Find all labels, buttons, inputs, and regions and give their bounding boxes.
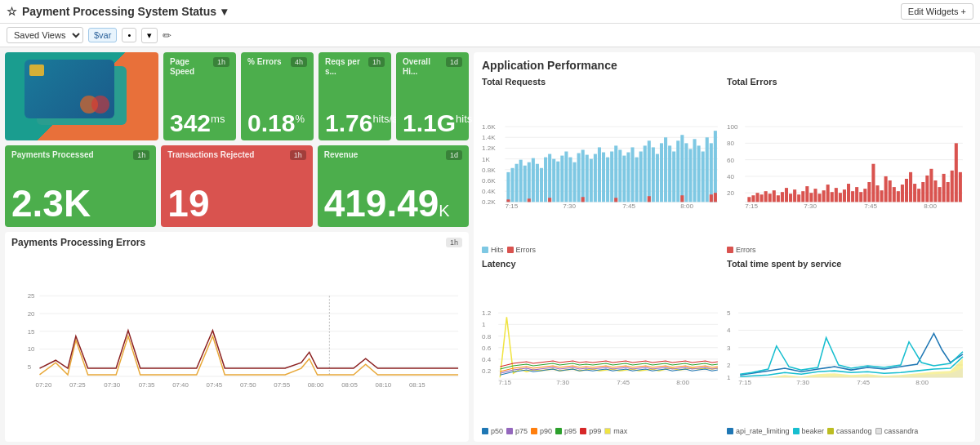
svg-text:07:55: 07:55 — [274, 381, 290, 389]
svg-text:7:30: 7:30 — [556, 379, 569, 386]
svg-text:7:45: 7:45 — [864, 202, 877, 210]
max-color — [604, 428, 611, 434]
svg-rect-87 — [702, 152, 705, 202]
svg-rect-129 — [805, 186, 808, 202]
total-errors-svg-area: 100 80 60 40 20 — [727, 88, 967, 244]
legend-cassandra: cassandra — [875, 427, 919, 435]
errors-total-color — [727, 247, 733, 253]
svg-text:08:15: 08:15 — [409, 381, 425, 389]
svg-text:1.6K: 1.6K — [482, 123, 496, 131]
svg-text:20: 20 — [28, 310, 35, 318]
svg-rect-77 — [660, 143, 663, 202]
p75-label: p75 — [515, 427, 528, 435]
svg-rect-132 — [818, 194, 822, 202]
legend-p90: p90 — [531, 427, 552, 435]
svg-rect-91 — [506, 199, 510, 202]
star-icon[interactable]: ☆ — [7, 5, 17, 18]
transactions-rejected-time: 1h — [290, 150, 306, 160]
svg-rect-73 — [644, 145, 647, 202]
arrow-button[interactable]: ▾ — [141, 28, 158, 43]
svg-rect-76 — [656, 154, 659, 202]
latency-section: Latency 1.2 1 0.8 0.6 0.4 0.2 — [482, 259, 722, 436]
svg-rect-49 — [544, 158, 547, 202]
errors-chart-time: 1h — [446, 238, 462, 247]
errors-chart-svg: 25 20 15 10 5 — [11, 251, 462, 437]
beaker-color — [793, 428, 800, 434]
svg-rect-93 — [548, 198, 551, 202]
beaker-label: beaker — [802, 427, 825, 435]
latency-chart: 1.2 1 0.8 0.6 0.4 0.2 — [482, 270, 722, 436]
latency-svg-area: 1.2 1 0.8 0.6 0.4 0.2 — [482, 270, 722, 426]
svg-text:0.6K: 0.6K — [482, 177, 496, 185]
svg-rect-88 — [706, 137, 709, 202]
p50-label: p50 — [491, 427, 503, 435]
svg-rect-116 — [751, 195, 755, 202]
plus-icon: + — [961, 7, 966, 16]
payments-processed-value: 2.3K — [11, 185, 149, 222]
max-label: max — [613, 427, 627, 435]
svg-rect-90 — [714, 131, 717, 202]
p99-label: p99 — [589, 427, 601, 435]
svg-rect-127 — [797, 194, 800, 202]
svg-rect-126 — [793, 189, 796, 202]
time-by-service-svg: 5 4 3 2 1 — [727, 270, 967, 426]
total-errors-legend: Errors — [727, 246, 967, 254]
svg-rect-150 — [893, 187, 896, 202]
api-rate-color — [727, 428, 733, 434]
svg-rect-67 — [618, 149, 621, 202]
right-panel: Application Performance Total Requests 1… — [474, 52, 975, 442]
edit-widgets-button[interactable]: Edit Widgets + — [901, 3, 973, 20]
page-title: Payment Processing System Status — [22, 5, 216, 18]
svg-rect-165 — [955, 143, 958, 202]
svg-rect-95 — [614, 198, 617, 202]
p90-color — [531, 428, 537, 434]
saved-views-select[interactable]: Saved Views — [7, 27, 83, 43]
time-by-service-chart: 5 4 3 2 1 — [727, 270, 967, 436]
chevron-down-icon[interactable]: ▾ — [221, 5, 227, 18]
p95-color — [555, 428, 562, 434]
svg-text:07:20: 07:20 — [36, 381, 52, 389]
svg-rect-136 — [835, 188, 838, 202]
left-panel: Page Speed 1h 342ms % Errors 4h 0.18% Re — [0, 47, 474, 445]
dot-button[interactable]: • — [122, 28, 136, 42]
svg-text:3: 3 — [727, 344, 731, 351]
legend-hits: Hits — [482, 246, 504, 254]
svg-rect-131 — [813, 189, 817, 202]
svg-text:7:15: 7:15 — [505, 202, 518, 210]
p50-color — [482, 428, 488, 434]
payments-processed-name: Payments Processed — [11, 150, 94, 160]
svg-text:5: 5 — [28, 363, 32, 371]
legend-p75: p75 — [506, 427, 528, 435]
svg-rect-134 — [826, 185, 830, 202]
total-errors-svg: 100 80 60 40 20 — [727, 88, 967, 244]
svg-text:5: 5 — [727, 309, 731, 317]
latency-title: Latency — [482, 259, 722, 269]
time-by-service-svg-area: 5 4 3 2 1 — [727, 270, 967, 426]
svg-rect-53 — [560, 156, 564, 202]
svg-rect-69 — [626, 153, 630, 202]
svg-text:15: 15 — [28, 328, 35, 336]
svg-rect-72 — [639, 152, 643, 202]
main-content: Page Speed 1h 342ms % Errors 4h 0.18% Re — [0, 47, 980, 445]
total-errors-chart: 100 80 60 40 20 — [727, 88, 967, 254]
svg-rect-60 — [590, 159, 593, 202]
time-by-service-section: Total time spent by service 5 4 3 2 1 — [727, 259, 967, 436]
svg-rect-137 — [839, 193, 842, 202]
errors-chart-area: 25 20 15 10 5 — [11, 251, 462, 437]
header-title-group: ☆ Payment Processing System Status ▾ — [7, 5, 227, 18]
transactions-rejected-tile: Transactions Rejected 1h 19 — [161, 145, 312, 227]
svg-rect-43 — [519, 160, 523, 202]
var-badge: $var — [88, 28, 117, 42]
page-speed-time: 1h — [213, 57, 229, 67]
svg-rect-144 — [867, 182, 871, 202]
credit-card-widget — [5, 52, 158, 140]
svg-rect-81 — [676, 140, 679, 202]
revenue-tile: Revenue 1d 419.49K — [318, 145, 469, 227]
pencil-button[interactable]: ✏ — [163, 29, 172, 42]
svg-rect-61 — [594, 154, 597, 202]
svg-rect-122 — [777, 195, 780, 202]
total-requests-title: Total Requests — [482, 77, 722, 87]
svg-rect-161 — [938, 187, 942, 202]
svg-text:0.2: 0.2 — [482, 367, 492, 375]
svg-text:8:00: 8:00 — [676, 379, 689, 386]
